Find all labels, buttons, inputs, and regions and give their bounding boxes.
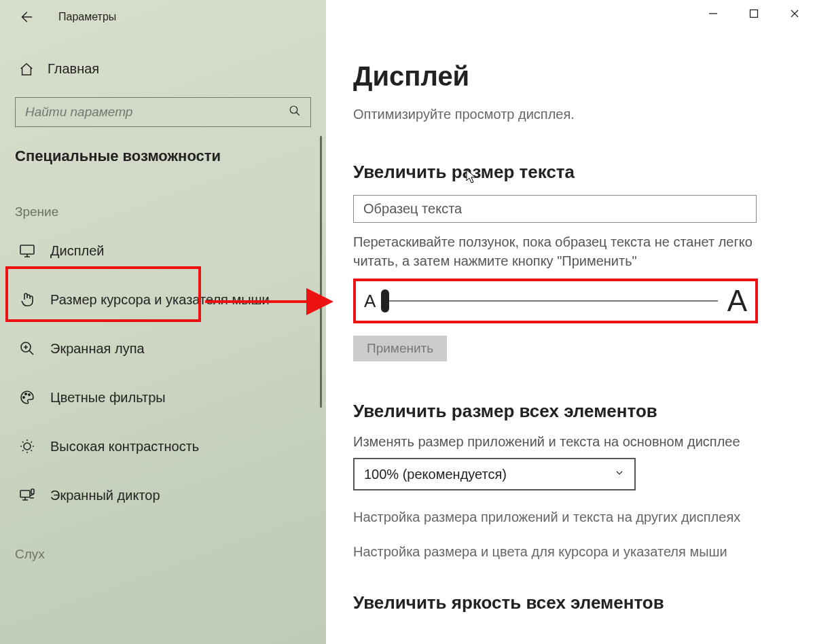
section-heading: Специальные возможности	[15, 147, 326, 165]
svg-point-4	[23, 397, 24, 398]
cursor-hand-icon	[19, 291, 38, 308]
sidebar-item-contrast[interactable]: Высокая контрастность	[0, 422, 326, 471]
sidebar-item-label: Экранная лупа	[50, 341, 145, 357]
sidebar-item-narrator[interactable]: Экранный диктор	[0, 471, 326, 520]
content-panel: Дисплей Оптимизируйте просмотр дисплея. …	[340, 0, 815, 644]
slider-track[interactable]	[385, 300, 717, 302]
home-icon	[19, 62, 38, 77]
sample-text-box: Образец текста	[353, 195, 757, 223]
text-size-slider[interactable]: A A	[353, 279, 758, 323]
svg-point-1	[290, 106, 297, 113]
sidebar: Главная Специальные возможности Зрение Д…	[0, 0, 326, 644]
window-title: Параметры	[58, 11, 116, 23]
svg-point-6	[29, 394, 30, 395]
sidebar-item-label: Экранный диктор	[50, 488, 160, 503]
search-input[interactable]	[25, 105, 289, 120]
sidebar-item-display[interactable]: Дисплей	[0, 226, 326, 275]
svg-point-5	[25, 393, 26, 395]
svg-rect-2	[20, 245, 34, 254]
sidebar-scrollbar[interactable]	[320, 136, 322, 408]
slider-instruction: Перетаскивайте ползунок, пока образец те…	[353, 232, 761, 270]
slider-thumb[interactable]	[381, 289, 389, 312]
page-subtitle: Оптимизируйте просмотр дисплея.	[353, 107, 788, 122]
sidebar-item-cursor[interactable]: Размер курсора и указателя мыши	[0, 275, 326, 324]
scale-select-value: 100% (рекомендуется)	[364, 467, 507, 482]
sidebar-item-label: Дисплей	[50, 243, 105, 259]
sidebar-item-label: Размер курсора и указателя мыши	[50, 292, 270, 308]
sidebar-home[interactable]: Главная	[0, 54, 326, 84]
svg-point-7	[24, 443, 31, 450]
apply-button[interactable]: Применить	[353, 336, 447, 361]
sidebar-item-label: Цветные фильтры	[50, 390, 166, 406]
narrator-icon	[19, 487, 38, 503]
scale-select[interactable]: 100% (рекомендуется)	[353, 458, 636, 490]
group-hearing-label: Слух	[15, 547, 326, 562]
page-title: Дисплей	[353, 61, 788, 92]
search-box[interactable]	[15, 97, 311, 127]
svg-rect-8	[20, 490, 30, 497]
magnifier-icon	[19, 340, 38, 357]
search-icon	[289, 105, 301, 120]
monitor-icon	[19, 243, 38, 259]
chevron-down-icon	[614, 467, 625, 481]
sidebar-item-color-filters[interactable]: Цветные фильтры	[0, 373, 326, 422]
slider-max-label: A	[727, 284, 747, 318]
group-vision-label: Зрение	[15, 204, 326, 219]
text-size-heading: Увеличить размер текста	[353, 162, 788, 183]
back-button[interactable]	[12, 3, 39, 31]
titlebar: Параметры	[0, 0, 815, 34]
cursor-settings-link[interactable]: Настройка размера и цвета для курсора и …	[353, 544, 788, 560]
sidebar-home-label: Главная	[48, 61, 99, 77]
contrast-icon	[19, 438, 38, 454]
scale-heading: Увеличить размер всех элементов	[353, 401, 788, 422]
brightness-heading: Увеличить яркость всех элементов	[353, 592, 788, 613]
other-displays-link[interactable]: Настройка размера приложений и текста на…	[353, 509, 788, 525]
slider-min-label: A	[364, 291, 376, 312]
sidebar-item-label: Высокая контрастность	[50, 439, 199, 454]
sidebar-item-magnifier[interactable]: Экранная лупа	[0, 324, 326, 373]
palette-icon	[19, 389, 38, 406]
scale-description: Изменять размер приложений и текста на о…	[353, 434, 788, 450]
svg-rect-9	[31, 489, 34, 494]
